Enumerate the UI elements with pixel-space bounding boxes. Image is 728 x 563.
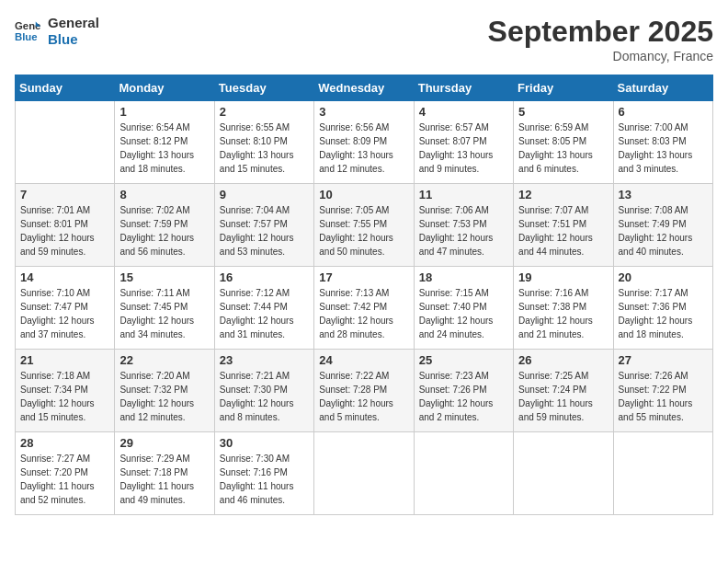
day-cell: 12Sunrise: 7:07 AM Sunset: 7:51 PM Dayli… [514, 184, 613, 267]
day-number: 2 [220, 105, 309, 119]
day-info: Sunrise: 7:06 AM Sunset: 7:53 PM Dayligh… [419, 203, 508, 259]
day-cell: 10Sunrise: 7:05 AM Sunset: 7:55 PM Dayli… [314, 184, 414, 267]
day-info: Sunrise: 6:54 AM Sunset: 8:12 PM Dayligh… [119, 121, 209, 176]
col-header-saturday: Saturday [613, 75, 712, 101]
day-number: 27 [619, 353, 708, 367]
day-cell: 19Sunrise: 7:16 AM Sunset: 7:38 PM Dayli… [514, 267, 613, 350]
day-info: Sunrise: 7:13 AM Sunset: 7:42 PM Dayligh… [319, 286, 408, 341]
day-info: Sunrise: 7:30 AM Sunset: 7:16 PM Dayligh… [220, 452, 309, 507]
day-number: 18 [419, 270, 508, 284]
day-cell: 24Sunrise: 7:22 AM Sunset: 7:28 PM Dayli… [314, 350, 414, 432]
day-cell: 11Sunrise: 7:06 AM Sunset: 7:53 PM Dayli… [414, 184, 513, 267]
logo: General Blue General Blue [15, 15, 99, 48]
day-cell: 22Sunrise: 7:20 AM Sunset: 7:32 PM Dayli… [115, 350, 214, 432]
day-info: Sunrise: 7:02 AM Sunset: 7:59 PM Dayligh… [119, 203, 209, 259]
day-number: 6 [619, 105, 708, 119]
col-header-friday: Friday [514, 75, 613, 101]
day-cell: 26Sunrise: 7:25 AM Sunset: 7:24 PM Dayli… [514, 350, 613, 432]
day-info: Sunrise: 7:15 AM Sunset: 7:40 PM Dayligh… [419, 286, 508, 341]
day-number: 15 [119, 270, 209, 284]
day-cell: 2Sunrise: 6:55 AM Sunset: 8:10 PM Daylig… [214, 101, 313, 184]
day-number: 19 [518, 270, 608, 284]
day-info: Sunrise: 6:55 AM Sunset: 8:10 PM Dayligh… [220, 121, 309, 176]
day-cell: 9Sunrise: 7:04 AM Sunset: 7:57 PM Daylig… [214, 184, 313, 267]
day-cell: 14Sunrise: 7:10 AM Sunset: 7:47 PM Dayli… [16, 267, 115, 350]
day-number: 12 [518, 188, 608, 201]
day-info: Sunrise: 7:12 AM Sunset: 7:44 PM Dayligh… [220, 286, 309, 341]
day-cell [314, 432, 414, 515]
day-info: Sunrise: 6:59 AM Sunset: 8:05 PM Dayligh… [518, 121, 608, 176]
day-info: Sunrise: 7:18 AM Sunset: 7:34 PM Dayligh… [20, 369, 109, 424]
day-number: 8 [119, 188, 209, 201]
day-cell: 3Sunrise: 6:56 AM Sunset: 8:09 PM Daylig… [314, 101, 414, 184]
day-cell: 16Sunrise: 7:12 AM Sunset: 7:44 PM Dayli… [214, 267, 313, 350]
day-info: Sunrise: 7:26 AM Sunset: 7:22 PM Dayligh… [619, 369, 708, 424]
day-number: 1 [119, 105, 209, 119]
day-number: 25 [419, 353, 508, 367]
col-header-tuesday: Tuesday [214, 75, 313, 101]
calendar-table: SundayMondayTuesdayWednesdayThursdayFrid… [15, 75, 713, 515]
day-info: Sunrise: 7:17 AM Sunset: 7:36 PM Dayligh… [619, 286, 708, 341]
day-cell: 8Sunrise: 7:02 AM Sunset: 7:59 PM Daylig… [115, 184, 214, 267]
day-cell: 27Sunrise: 7:26 AM Sunset: 7:22 PM Dayli… [613, 350, 712, 432]
day-info: Sunrise: 7:05 AM Sunset: 7:55 PM Dayligh… [319, 203, 408, 259]
day-cell: 29Sunrise: 7:29 AM Sunset: 7:18 PM Dayli… [115, 432, 214, 515]
day-cell [514, 432, 613, 515]
day-number: 5 [518, 105, 608, 119]
day-cell [414, 432, 513, 515]
logo-icon: General Blue [15, 18, 40, 44]
week-row-3: 14Sunrise: 7:10 AM Sunset: 7:47 PM Dayli… [16, 267, 713, 350]
day-number: 23 [220, 353, 309, 367]
day-number: 14 [20, 270, 109, 284]
day-info: Sunrise: 7:08 AM Sunset: 7:49 PM Dayligh… [619, 203, 708, 259]
logo-blue: Blue [48, 31, 99, 48]
day-info: Sunrise: 7:01 AM Sunset: 8:01 PM Dayligh… [20, 203, 109, 259]
month-title: September 2025 [488, 15, 713, 49]
day-cell: 25Sunrise: 7:23 AM Sunset: 7:26 PM Dayli… [414, 350, 513, 432]
day-cell: 23Sunrise: 7:21 AM Sunset: 7:30 PM Dayli… [214, 350, 313, 432]
day-number: 20 [619, 270, 708, 284]
day-info: Sunrise: 7:07 AM Sunset: 7:51 PM Dayligh… [518, 203, 608, 259]
week-row-2: 7Sunrise: 7:01 AM Sunset: 8:01 PM Daylig… [16, 184, 713, 267]
day-number: 4 [419, 105, 508, 119]
week-row-4: 21Sunrise: 7:18 AM Sunset: 7:34 PM Dayli… [16, 350, 713, 432]
day-info: Sunrise: 7:04 AM Sunset: 7:57 PM Dayligh… [220, 203, 309, 259]
day-number: 28 [20, 436, 109, 450]
day-cell [613, 432, 712, 515]
day-number: 17 [319, 270, 408, 284]
day-cell: 6Sunrise: 7:00 AM Sunset: 8:03 PM Daylig… [613, 101, 712, 184]
day-cell: 7Sunrise: 7:01 AM Sunset: 8:01 PM Daylig… [16, 184, 115, 267]
day-number: 10 [319, 188, 408, 201]
day-info: Sunrise: 7:16 AM Sunset: 7:38 PM Dayligh… [518, 286, 608, 341]
day-cell: 17Sunrise: 7:13 AM Sunset: 7:42 PM Dayli… [314, 267, 414, 350]
day-info: Sunrise: 7:00 AM Sunset: 8:03 PM Dayligh… [619, 121, 708, 176]
day-cell: 28Sunrise: 7:27 AM Sunset: 7:20 PM Dayli… [16, 432, 115, 515]
day-cell: 15Sunrise: 7:11 AM Sunset: 7:45 PM Dayli… [115, 267, 214, 350]
page-header: General Blue General Blue September 2025… [15, 15, 713, 63]
col-header-sunday: Sunday [16, 75, 115, 101]
day-number: 22 [119, 353, 209, 367]
day-info: Sunrise: 7:29 AM Sunset: 7:18 PM Dayligh… [119, 452, 209, 507]
day-info: Sunrise: 6:57 AM Sunset: 8:07 PM Dayligh… [419, 121, 508, 176]
day-info: Sunrise: 7:11 AM Sunset: 7:45 PM Dayligh… [119, 286, 209, 341]
col-header-monday: Monday [115, 75, 214, 101]
location: Domancy, France [488, 49, 713, 63]
day-number: 30 [220, 436, 309, 450]
day-number: 21 [20, 353, 109, 367]
day-info: Sunrise: 7:25 AM Sunset: 7:24 PM Dayligh… [518, 369, 608, 424]
day-number: 16 [220, 270, 309, 284]
day-number: 24 [319, 353, 408, 367]
day-number: 26 [518, 353, 608, 367]
day-cell: 1Sunrise: 6:54 AM Sunset: 8:12 PM Daylig… [115, 101, 214, 184]
title-area: September 2025 Domancy, France [488, 15, 713, 63]
day-number: 7 [20, 188, 109, 201]
day-cell: 21Sunrise: 7:18 AM Sunset: 7:34 PM Dayli… [16, 350, 115, 432]
day-info: Sunrise: 6:56 AM Sunset: 8:09 PM Dayligh… [319, 121, 408, 176]
svg-text:Blue: Blue [15, 31, 38, 42]
day-number: 13 [619, 188, 708, 201]
day-info: Sunrise: 7:27 AM Sunset: 7:20 PM Dayligh… [20, 452, 109, 507]
day-cell: 5Sunrise: 6:59 AM Sunset: 8:05 PM Daylig… [514, 101, 613, 184]
day-info: Sunrise: 7:22 AM Sunset: 7:28 PM Dayligh… [319, 369, 408, 424]
day-info: Sunrise: 7:21 AM Sunset: 7:30 PM Dayligh… [220, 369, 309, 424]
logo-general: General [48, 15, 99, 31]
